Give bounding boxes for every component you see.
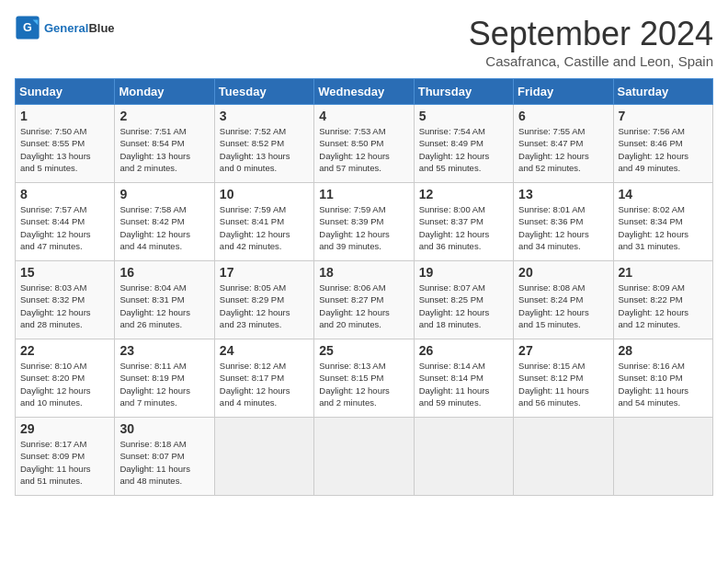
day-cell: 18Sunrise: 8:06 AMSunset: 8:27 PMDayligh… (314, 261, 414, 339)
day-cell: 25Sunrise: 8:13 AMSunset: 8:15 PMDayligh… (314, 339, 414, 418)
day-number: 18 (319, 265, 408, 280)
day-info: Sunrise: 8:04 AMSunset: 8:31 PMDaylight:… (119, 282, 209, 330)
header: G GeneralBlue September 2024 Casafranca,… (15, 15, 713, 69)
header-cell-monday: Monday (115, 79, 214, 105)
day-info: Sunrise: 8:08 AMSunset: 8:24 PMDaylight:… (518, 282, 608, 330)
day-info: Sunrise: 8:02 AMSunset: 8:34 PMDaylight:… (619, 203, 708, 252)
day-number: 24 (220, 343, 309, 358)
day-number: 12 (419, 187, 508, 201)
day-number: 13 (518, 187, 608, 201)
day-number: 5 (419, 109, 508, 123)
day-cell: 12Sunrise: 8:00 AMSunset: 8:37 PMDayligh… (414, 183, 513, 261)
header-cell-saturday: Saturday (613, 79, 712, 105)
day-info: Sunrise: 8:18 AMSunset: 8:07 PMDaylight:… (119, 438, 209, 487)
day-info: Sunrise: 7:51 AMSunset: 8:54 PMDaylight:… (119, 125, 209, 174)
day-info: Sunrise: 7:55 AMSunset: 8:47 PMDaylight:… (518, 125, 608, 174)
day-number: 14 (619, 187, 708, 201)
day-cell: 11Sunrise: 7:59 AMSunset: 8:39 PMDayligh… (314, 183, 414, 261)
header-cell-wednesday: Wednesday (314, 79, 414, 105)
day-cell (414, 418, 513, 496)
day-number: 7 (619, 109, 708, 123)
day-number: 27 (518, 343, 608, 358)
day-cell: 20Sunrise: 8:08 AMSunset: 8:24 PMDayligh… (514, 261, 613, 339)
calendar-body: 1Sunrise: 7:50 AMSunset: 8:55 PMDaylight… (16, 105, 713, 496)
day-number: 21 (619, 265, 708, 280)
day-cell: 4Sunrise: 7:53 AMSunset: 8:50 PMDaylight… (314, 105, 414, 183)
day-cell (214, 418, 313, 496)
day-info: Sunrise: 7:53 AMSunset: 8:50 PMDaylight:… (319, 125, 408, 174)
day-number: 28 (619, 343, 708, 358)
day-cell: 21Sunrise: 8:09 AMSunset: 8:22 PMDayligh… (613, 261, 712, 339)
day-cell (314, 418, 414, 496)
header-cell-sunday: Sunday (16, 79, 115, 105)
day-number: 2 (119, 109, 209, 123)
day-number: 19 (419, 265, 508, 280)
day-info: Sunrise: 8:11 AMSunset: 8:19 PMDaylight:… (119, 360, 209, 408)
svg-text:G: G (23, 21, 32, 34)
day-number: 20 (518, 265, 608, 280)
day-number: 4 (319, 109, 408, 123)
day-number: 29 (20, 421, 109, 436)
day-cell (613, 418, 712, 496)
day-cell: 1Sunrise: 7:50 AMSunset: 8:55 PMDaylight… (16, 105, 115, 183)
day-cell: 22Sunrise: 8:10 AMSunset: 8:20 PMDayligh… (16, 339, 115, 418)
day-cell: 10Sunrise: 7:59 AMSunset: 8:41 PMDayligh… (214, 183, 313, 261)
calendar-table: SundayMondayTuesdayWednesdayThursdayFrid… (15, 78, 713, 496)
day-cell: 30Sunrise: 8:18 AMSunset: 8:07 PMDayligh… (115, 418, 214, 496)
day-info: Sunrise: 8:17 AMSunset: 8:09 PMDaylight:… (20, 438, 109, 487)
day-cell: 24Sunrise: 8:12 AMSunset: 8:17 PMDayligh… (214, 339, 313, 418)
day-cell: 8Sunrise: 7:57 AMSunset: 8:44 PMDaylight… (16, 183, 115, 261)
day-cell: 15Sunrise: 8:03 AMSunset: 8:32 PMDayligh… (16, 261, 115, 339)
day-cell: 26Sunrise: 8:14 AMSunset: 8:14 PMDayligh… (414, 339, 513, 418)
day-info: Sunrise: 7:58 AMSunset: 8:42 PMDaylight:… (119, 203, 209, 252)
day-number: 30 (119, 421, 209, 436)
week-row-4: 22Sunrise: 8:10 AMSunset: 8:20 PMDayligh… (16, 339, 713, 418)
day-info: Sunrise: 7:56 AMSunset: 8:46 PMDaylight:… (619, 125, 708, 174)
day-number: 16 (119, 265, 209, 280)
day-info: Sunrise: 8:00 AMSunset: 8:37 PMDaylight:… (419, 203, 508, 252)
day-cell: 6Sunrise: 7:55 AMSunset: 8:47 PMDaylight… (514, 105, 613, 183)
logo: G GeneralBlue (15, 15, 115, 40)
calendar-header-row: SundayMondayTuesdayWednesdayThursdayFrid… (16, 79, 713, 105)
day-number: 1 (20, 109, 109, 123)
day-info: Sunrise: 8:16 AMSunset: 8:10 PMDaylight:… (619, 360, 708, 408)
day-info: Sunrise: 7:52 AMSunset: 8:52 PMDaylight:… (220, 125, 309, 174)
week-row-2: 8Sunrise: 7:57 AMSunset: 8:44 PMDaylight… (16, 183, 713, 261)
day-number: 15 (20, 265, 109, 280)
day-number: 3 (220, 109, 309, 123)
day-info: Sunrise: 7:50 AMSunset: 8:55 PMDaylight:… (20, 125, 109, 174)
day-cell: 16Sunrise: 8:04 AMSunset: 8:31 PMDayligh… (115, 261, 214, 339)
header-cell-thursday: Thursday (414, 79, 513, 105)
day-info: Sunrise: 7:54 AMSunset: 8:49 PMDaylight:… (419, 125, 508, 174)
week-row-5: 29Sunrise: 8:17 AMSunset: 8:09 PMDayligh… (16, 418, 713, 496)
day-cell: 14Sunrise: 8:02 AMSunset: 8:34 PMDayligh… (613, 183, 712, 261)
day-number: 11 (319, 187, 408, 201)
day-number: 17 (220, 265, 309, 280)
day-info: Sunrise: 7:59 AMSunset: 8:41 PMDaylight:… (220, 203, 309, 252)
day-info: Sunrise: 7:59 AMSunset: 8:39 PMDaylight:… (319, 203, 408, 252)
day-cell: 23Sunrise: 8:11 AMSunset: 8:19 PMDayligh… (115, 339, 214, 418)
day-info: Sunrise: 8:14 AMSunset: 8:14 PMDaylight:… (419, 360, 508, 408)
day-number: 22 (20, 343, 109, 358)
title-block: September 2024 Casafranca, Castille and … (469, 15, 713, 69)
day-cell: 13Sunrise: 8:01 AMSunset: 8:36 PMDayligh… (514, 183, 613, 261)
day-number: 10 (220, 187, 309, 201)
day-number: 8 (20, 187, 109, 201)
day-cell: 19Sunrise: 8:07 AMSunset: 8:25 PMDayligh… (414, 261, 513, 339)
month-title: September 2024 (469, 15, 713, 53)
day-cell: 17Sunrise: 8:05 AMSunset: 8:29 PMDayligh… (214, 261, 313, 339)
day-info: Sunrise: 7:57 AMSunset: 8:44 PMDaylight:… (20, 203, 109, 252)
day-number: 6 (518, 109, 608, 123)
day-info: Sunrise: 8:13 AMSunset: 8:15 PMDaylight:… (319, 360, 408, 408)
day-info: Sunrise: 8:07 AMSunset: 8:25 PMDaylight:… (419, 282, 508, 330)
day-number: 26 (419, 343, 508, 358)
day-cell: 3Sunrise: 7:52 AMSunset: 8:52 PMDaylight… (214, 105, 313, 183)
location: Casafranca, Castille and Leon, Spain (469, 53, 713, 69)
day-cell: 9Sunrise: 7:58 AMSunset: 8:42 PMDaylight… (115, 183, 214, 261)
day-info: Sunrise: 8:05 AMSunset: 8:29 PMDaylight:… (220, 282, 309, 330)
day-number: 25 (319, 343, 408, 358)
day-cell: 2Sunrise: 7:51 AMSunset: 8:54 PMDaylight… (115, 105, 214, 183)
day-number: 23 (119, 343, 209, 358)
day-cell: 29Sunrise: 8:17 AMSunset: 8:09 PMDayligh… (16, 418, 115, 496)
day-cell (514, 418, 613, 496)
